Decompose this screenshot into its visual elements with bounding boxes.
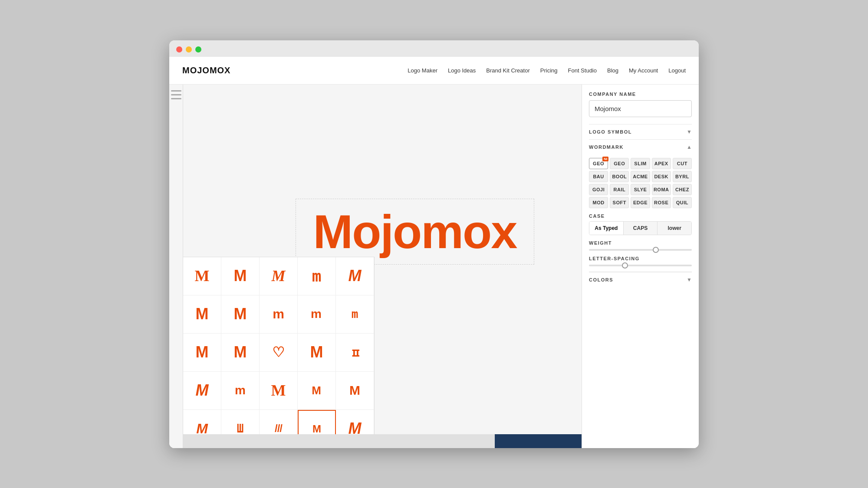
font-btn-bool[interactable]: BOOL xyxy=(610,171,629,182)
thumb-4-3[interactable]: M xyxy=(260,372,298,410)
thumb-1-5[interactable]: M xyxy=(336,257,374,295)
company-name-input[interactable] xyxy=(589,100,692,117)
thumb-3-1[interactable]: M xyxy=(183,334,221,372)
font-label-bau: BAU xyxy=(593,174,604,179)
font-label-rail: RAIL xyxy=(613,187,625,192)
nav-font-studio[interactable]: Font Studio xyxy=(568,67,597,74)
thumb-1-2[interactable]: M xyxy=(221,257,260,295)
thumb-1-3[interactable]: M xyxy=(260,257,298,295)
thumb-4-4[interactable]: M xyxy=(298,372,336,410)
thumb-3-3[interactable]: ♡ xyxy=(260,334,298,372)
company-name-label: COMPANY NAME xyxy=(589,92,692,97)
left-panel xyxy=(169,85,183,448)
font-btn-acme[interactable]: ACME xyxy=(631,171,650,182)
font-btn-chez[interactable]: CHEZ xyxy=(673,184,692,195)
font-grid: NI GEO GEO SLIM APEX CUT BAU BOOL ACME D… xyxy=(589,158,692,208)
font-btn-geo2[interactable]: GEO xyxy=(610,158,629,169)
thumb-2-2[interactable]: M xyxy=(221,295,260,334)
font-label-byrl: BYRL xyxy=(675,174,689,179)
font-btn-edge[interactable]: EDGE xyxy=(631,197,650,208)
sidebar: COMPANY NAME LOGO SYMBOL ▼ WORDMARK ▲ NI xyxy=(582,85,699,448)
font-label-desk: DESK xyxy=(654,174,668,179)
nav-pricing[interactable]: Pricing xyxy=(540,67,558,74)
font-btn-rail[interactable]: RAIL xyxy=(610,184,629,195)
font-label-slim: SLIM xyxy=(634,161,646,166)
thumb-3-4[interactable]: M xyxy=(298,334,336,372)
thumb-2-1[interactable]: M xyxy=(183,295,221,334)
wordmark-chevron: ▲ xyxy=(687,144,692,150)
font-label-geo1: GEO xyxy=(593,161,604,166)
thumb-1-1[interactable]: M xyxy=(183,257,221,295)
font-label-goji: GOJI xyxy=(592,187,605,192)
font-btn-mod[interactable]: MOD xyxy=(589,197,608,208)
font-label-rose: ROSE xyxy=(654,200,668,205)
font-btn-roma[interactable]: ROMA xyxy=(652,184,671,195)
browser-dot-red[interactable] xyxy=(176,46,182,52)
nav-blog[interactable]: Blog xyxy=(607,67,618,74)
preview-wordmark: Mojomox xyxy=(313,208,517,255)
wordmark-label: WORDMARK xyxy=(589,144,624,150)
left-panel-icon-1 xyxy=(171,90,181,92)
font-btn-quil[interactable]: QUIL xyxy=(673,197,692,208)
thumb-2-4[interactable]: m xyxy=(298,295,336,334)
nav-logo-ideas[interactable]: Logo Ideas xyxy=(448,67,476,74)
weight-slider-thumb[interactable] xyxy=(653,247,659,253)
font-label-apex: APEX xyxy=(654,161,668,166)
case-buttons: As Typed CAPS lower xyxy=(589,221,692,235)
browser-dot-green[interactable] xyxy=(195,46,201,52)
thumb-2-3[interactable]: m xyxy=(260,295,298,334)
nav-links: Logo Maker Logo Ideas Brand Kit Creator … xyxy=(408,67,686,74)
font-btn-slim[interactable]: SLIM xyxy=(631,158,650,169)
weight-slider-track[interactable] xyxy=(589,249,692,251)
font-label-soft: SOFT xyxy=(613,200,626,205)
case-btn-lower[interactable]: lower xyxy=(658,222,691,235)
bar-dark xyxy=(495,434,582,448)
bar-light xyxy=(183,434,495,448)
font-label-geo2: GEO xyxy=(614,161,625,166)
left-panel-icon-3 xyxy=(171,98,181,99)
browser-dot-yellow[interactable] xyxy=(186,46,192,52)
font-label-mod: MOD xyxy=(593,200,605,205)
letter-spacing-slider-track[interactable] xyxy=(589,265,692,266)
font-btn-byrl[interactable]: BYRL xyxy=(673,171,692,182)
font-label-quil: QUIL xyxy=(676,200,688,205)
logo-symbol-label: LOGO SYMBOL xyxy=(589,129,632,134)
font-btn-goji[interactable]: GOJI xyxy=(589,184,608,195)
colors-header[interactable]: COLORS ▼ xyxy=(589,272,692,287)
thumb-3-5[interactable]: ɪɪ xyxy=(336,334,374,372)
font-btn-soft[interactable]: SOFT xyxy=(610,197,629,208)
font-label-roma: ROMA xyxy=(654,187,669,192)
nav-my-account[interactable]: My Account xyxy=(629,67,658,74)
font-btn-slye[interactable]: SLYE xyxy=(631,184,650,195)
nav-logout[interactable]: Logout xyxy=(668,67,686,74)
nav-logo-maker[interactable]: Logo Maker xyxy=(408,67,437,74)
font-btn-cut[interactable]: CUT xyxy=(673,158,692,169)
canvas-area: Mojomox M M M m M M M m m m xyxy=(183,85,582,448)
case-btn-caps[interactable]: CAPS xyxy=(624,222,658,235)
font-btn-bau[interactable]: BAU xyxy=(589,171,608,182)
case-btn-as-typed[interactable]: As Typed xyxy=(589,222,624,235)
thumb-4-1[interactable]: M xyxy=(183,372,221,410)
font-label-slye: SLYE xyxy=(634,187,647,192)
font-btn-geo1[interactable]: NI GEO xyxy=(589,158,608,169)
thumb-3-2[interactable]: M xyxy=(221,334,260,372)
colors-label: COLORS xyxy=(589,277,613,282)
font-btn-apex[interactable]: APEX xyxy=(652,158,671,169)
font-btn-desk[interactable]: DESK xyxy=(652,171,671,182)
thumb-1-4[interactable]: m xyxy=(298,257,336,295)
font-btn-rose[interactable]: ROSE xyxy=(652,197,671,208)
site-logo: MOJOMOX xyxy=(182,66,230,75)
logo-symbol-header[interactable]: LOGO SYMBOL ▼ xyxy=(589,124,692,139)
thumb-4-2[interactable]: m xyxy=(221,372,260,410)
letter-spacing-section: LETTER-SPACING xyxy=(589,256,692,266)
thumbnails-grid: M M M m M M M m m m M M ♡ M ɪɪ xyxy=(183,257,375,448)
font-label-edge: EDGE xyxy=(633,200,648,205)
letter-spacing-slider-thumb[interactable] xyxy=(622,262,628,269)
wordmark-header[interactable]: WORDMARK ▲ xyxy=(589,139,692,154)
weight-label: WEIGHT xyxy=(589,240,692,246)
left-panel-icon-2 xyxy=(171,94,181,95)
nav-brand-kit[interactable]: Brand Kit Creator xyxy=(486,67,529,74)
thumb-2-5[interactable]: m xyxy=(336,295,374,334)
letter-spacing-label: LETTER-SPACING xyxy=(589,256,692,261)
thumb-4-5[interactable]: M xyxy=(336,372,374,410)
